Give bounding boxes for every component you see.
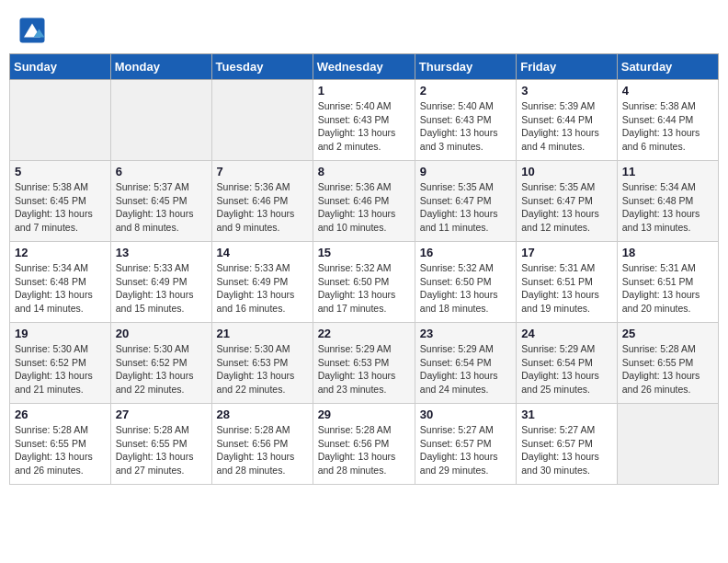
day-info: Sunrise: 5:28 AM Sunset: 6:56 PM Dayligh… xyxy=(217,423,308,477)
day-info: Sunrise: 5:30 AM Sunset: 6:53 PM Dayligh… xyxy=(217,342,308,396)
day-info: Sunrise: 5:27 AM Sunset: 6:57 PM Dayligh… xyxy=(420,423,511,477)
calendar-header-wednesday: Wednesday xyxy=(313,54,415,80)
logo-icon xyxy=(18,17,46,44)
day-info: Sunrise: 5:29 AM Sunset: 6:54 PM Dayligh… xyxy=(521,342,612,396)
calendar-cell: 4Sunrise: 5:38 AM Sunset: 6:44 PM Daylig… xyxy=(617,80,718,161)
calendar-cell: 30Sunrise: 5:27 AM Sunset: 6:57 PM Dayli… xyxy=(415,404,516,485)
calendar-cell: 31Sunrise: 5:27 AM Sunset: 6:57 PM Dayli… xyxy=(517,404,618,485)
day-number: 9 xyxy=(420,165,511,178)
calendar-week-row: 1Sunrise: 5:40 AM Sunset: 6:43 PM Daylig… xyxy=(10,80,719,161)
calendar-cell: 5Sunrise: 5:38 AM Sunset: 6:45 PM Daylig… xyxy=(10,161,111,242)
calendar-cell: 28Sunrise: 5:28 AM Sunset: 6:56 PM Dayli… xyxy=(211,404,313,485)
calendar-cell: 25Sunrise: 5:28 AM Sunset: 6:55 PM Dayli… xyxy=(617,323,718,404)
calendar-cell: 3Sunrise: 5:39 AM Sunset: 6:44 PM Daylig… xyxy=(517,80,618,161)
day-number: 21 xyxy=(217,327,308,340)
calendar-cell: 7Sunrise: 5:36 AM Sunset: 6:46 PM Daylig… xyxy=(211,161,313,242)
day-number: 31 xyxy=(521,408,612,421)
day-number: 16 xyxy=(420,246,511,259)
day-number: 27 xyxy=(116,408,207,421)
day-number: 7 xyxy=(217,165,308,178)
day-number: 6 xyxy=(116,165,207,178)
day-number: 4 xyxy=(622,84,713,98)
calendar-cell: 20Sunrise: 5:30 AM Sunset: 6:52 PM Dayli… xyxy=(110,323,211,404)
calendar-header-thursday: Thursday xyxy=(415,54,516,80)
day-info: Sunrise: 5:30 AM Sunset: 6:52 PM Dayligh… xyxy=(15,342,106,396)
calendar-cell: 12Sunrise: 5:34 AM Sunset: 6:48 PM Dayli… xyxy=(10,242,111,323)
day-info: Sunrise: 5:31 AM Sunset: 6:51 PM Dayligh… xyxy=(622,261,713,316)
day-number: 24 xyxy=(521,327,612,340)
calendar-cell xyxy=(10,80,111,161)
day-info: Sunrise: 5:32 AM Sunset: 6:50 PM Dayligh… xyxy=(420,261,511,316)
calendar-cell: 24Sunrise: 5:29 AM Sunset: 6:54 PM Dayli… xyxy=(517,323,618,404)
day-info: Sunrise: 5:28 AM Sunset: 6:56 PM Dayligh… xyxy=(318,423,410,477)
day-info: Sunrise: 5:34 AM Sunset: 6:48 PM Dayligh… xyxy=(15,261,106,316)
day-number: 15 xyxy=(318,246,410,259)
day-info: Sunrise: 5:31 AM Sunset: 6:51 PM Dayligh… xyxy=(521,261,612,316)
day-info: Sunrise: 5:38 AM Sunset: 6:45 PM Dayligh… xyxy=(15,180,106,235)
calendar-cell: 17Sunrise: 5:31 AM Sunset: 6:51 PM Dayli… xyxy=(517,242,618,323)
calendar-cell: 21Sunrise: 5:30 AM Sunset: 6:53 PM Dayli… xyxy=(211,323,313,404)
calendar-cell: 29Sunrise: 5:28 AM Sunset: 6:56 PM Dayli… xyxy=(313,404,415,485)
day-info: Sunrise: 5:33 AM Sunset: 6:49 PM Dayligh… xyxy=(217,261,308,316)
day-info: Sunrise: 5:40 AM Sunset: 6:43 PM Dayligh… xyxy=(318,99,410,154)
calendar-cell: 19Sunrise: 5:30 AM Sunset: 6:52 PM Dayli… xyxy=(10,323,111,404)
day-info: Sunrise: 5:32 AM Sunset: 6:50 PM Dayligh… xyxy=(318,261,410,316)
day-number: 25 xyxy=(622,327,713,340)
day-number: 18 xyxy=(622,246,713,259)
calendar-cell: 8Sunrise: 5:36 AM Sunset: 6:46 PM Daylig… xyxy=(313,161,415,242)
day-number: 13 xyxy=(116,246,207,259)
calendar-week-row: 26Sunrise: 5:28 AM Sunset: 6:55 PM Dayli… xyxy=(10,404,719,485)
calendar-cell: 23Sunrise: 5:29 AM Sunset: 6:54 PM Dayli… xyxy=(415,323,516,404)
day-number: 2 xyxy=(420,84,511,98)
calendar-cell: 22Sunrise: 5:29 AM Sunset: 6:53 PM Dayli… xyxy=(313,323,415,404)
calendar-cell: 18Sunrise: 5:31 AM Sunset: 6:51 PM Dayli… xyxy=(617,242,718,323)
day-info: Sunrise: 5:27 AM Sunset: 6:57 PM Dayligh… xyxy=(521,423,612,477)
day-info: Sunrise: 5:40 AM Sunset: 6:43 PM Dayligh… xyxy=(420,99,511,154)
day-info: Sunrise: 5:28 AM Sunset: 6:55 PM Dayligh… xyxy=(15,423,106,477)
calendar-header-saturday: Saturday xyxy=(617,54,718,80)
day-number: 14 xyxy=(217,246,308,259)
day-info: Sunrise: 5:29 AM Sunset: 6:54 PM Dayligh… xyxy=(420,342,511,396)
day-info: Sunrise: 5:36 AM Sunset: 6:46 PM Dayligh… xyxy=(217,180,308,235)
calendar-header-row: SundayMondayTuesdayWednesdayThursdayFrid… xyxy=(10,54,719,80)
calendar-cell: 6Sunrise: 5:37 AM Sunset: 6:45 PM Daylig… xyxy=(110,161,211,242)
day-number: 1 xyxy=(318,84,410,98)
calendar-cell: 2Sunrise: 5:40 AM Sunset: 6:43 PM Daylig… xyxy=(415,80,516,161)
calendar-header-friday: Friday xyxy=(517,54,618,80)
calendar-cell xyxy=(110,80,211,161)
day-info: Sunrise: 5:29 AM Sunset: 6:53 PM Dayligh… xyxy=(318,342,410,396)
calendar-header-sunday: Sunday xyxy=(10,54,111,80)
calendar-cell: 15Sunrise: 5:32 AM Sunset: 6:50 PM Dayli… xyxy=(313,242,415,323)
calendar-cell: 1Sunrise: 5:40 AM Sunset: 6:43 PM Daylig… xyxy=(313,80,415,161)
day-number: 3 xyxy=(521,84,612,98)
day-number: 11 xyxy=(622,165,713,178)
day-info: Sunrise: 5:33 AM Sunset: 6:49 PM Dayligh… xyxy=(116,261,207,316)
day-info: Sunrise: 5:35 AM Sunset: 6:47 PM Dayligh… xyxy=(420,180,511,235)
day-number: 23 xyxy=(420,327,511,340)
day-number: 8 xyxy=(318,165,410,178)
calendar-cell: 26Sunrise: 5:28 AM Sunset: 6:55 PM Dayli… xyxy=(10,404,111,485)
day-number: 19 xyxy=(15,327,106,340)
calendar-cell xyxy=(617,404,718,485)
day-info: Sunrise: 5:35 AM Sunset: 6:47 PM Dayligh… xyxy=(521,180,612,235)
day-number: 5 xyxy=(15,165,106,178)
day-info: Sunrise: 5:28 AM Sunset: 6:55 PM Dayligh… xyxy=(116,423,207,477)
page-header xyxy=(9,9,719,48)
day-number: 22 xyxy=(318,327,410,340)
calendar-cell: 13Sunrise: 5:33 AM Sunset: 6:49 PM Dayli… xyxy=(110,242,211,323)
calendar-week-row: 12Sunrise: 5:34 AM Sunset: 6:48 PM Dayli… xyxy=(10,242,719,323)
day-number: 29 xyxy=(318,408,410,421)
calendar-cell: 10Sunrise: 5:35 AM Sunset: 6:47 PM Dayli… xyxy=(517,161,618,242)
calendar-week-row: 5Sunrise: 5:38 AM Sunset: 6:45 PM Daylig… xyxy=(10,161,719,242)
day-info: Sunrise: 5:39 AM Sunset: 6:44 PM Dayligh… xyxy=(521,99,612,154)
calendar-cell: 9Sunrise: 5:35 AM Sunset: 6:47 PM Daylig… xyxy=(415,161,516,242)
day-info: Sunrise: 5:36 AM Sunset: 6:46 PM Dayligh… xyxy=(318,180,410,235)
calendar-cell: 11Sunrise: 5:34 AM Sunset: 6:48 PM Dayli… xyxy=(617,161,718,242)
day-info: Sunrise: 5:37 AM Sunset: 6:45 PM Dayligh… xyxy=(116,180,207,235)
calendar-cell: 14Sunrise: 5:33 AM Sunset: 6:49 PM Dayli… xyxy=(211,242,313,323)
day-number: 30 xyxy=(420,408,511,421)
day-number: 12 xyxy=(15,246,106,259)
day-number: 17 xyxy=(521,246,612,259)
calendar-header-monday: Monday xyxy=(110,54,211,80)
day-number: 28 xyxy=(217,408,308,421)
